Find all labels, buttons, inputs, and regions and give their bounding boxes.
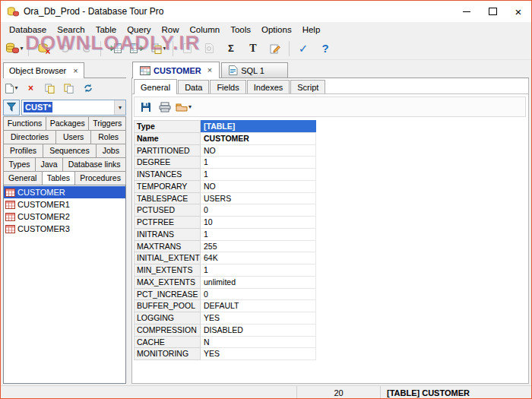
property-value[interactable]: 10	[201, 216, 316, 229]
delete-object-button[interactable]: ×	[22, 81, 40, 97]
property-value[interactable]: YES	[201, 312, 316, 325]
object-tab-procedures[interactable]: Procedures	[74, 171, 126, 185]
property-value[interactable]: NO	[201, 144, 316, 157]
property-name: PCTFREE	[134, 216, 201, 229]
new-document-button[interactable]	[176, 40, 198, 58]
new-object-button[interactable]: ▾	[3, 81, 21, 97]
menu-search[interactable]: Search	[52, 24, 90, 36]
check-icon: ✓	[299, 43, 309, 54]
object-tab-roles[interactable]: Roles	[90, 130, 126, 144]
tab-customer[interactable]: CUSTOMER ×	[132, 62, 220, 78]
panel-splitter[interactable]	[126, 61, 131, 384]
filter-combobox[interactable]: CUST* ▾	[21, 100, 126, 116]
export-button[interactable]	[126, 40, 147, 58]
property-value[interactable]: 1	[201, 264, 316, 277]
property-value[interactable]: DEFAULT	[201, 299, 316, 312]
property-grid: Type[TABLE]NameCUSTOMERPARTITIONEDNODEGR…	[134, 120, 528, 360]
duplicate-object-button[interactable]	[60, 81, 78, 97]
maximize-button[interactable]	[480, 1, 505, 22]
tab-general[interactable]: General	[134, 79, 177, 94]
menu-row[interactable]: Row	[157, 24, 185, 36]
connect-database-button[interactable]: ▾	[4, 40, 25, 58]
property-value[interactable]: N	[201, 336, 316, 349]
menu-help[interactable]: Help	[297, 24, 326, 36]
menu-options[interactable]: Options	[256, 24, 297, 36]
filter-button[interactable]	[3, 100, 20, 116]
open-document-button[interactable]	[198, 40, 220, 58]
aggregate-button[interactable]: Σ	[220, 40, 242, 58]
tab-indexes[interactable]: Indexes	[247, 80, 290, 93]
undo-button[interactable]	[54, 40, 75, 58]
table-item-customer2[interactable]: CUSTOMER2	[4, 211, 125, 223]
edit-button[interactable]	[264, 40, 286, 58]
close-icon[interactable]: ×	[207, 66, 212, 74]
object-browser-tab[interactable]: Object Browser ×	[3, 62, 84, 78]
object-browser-tabstrip: Object Browser ×	[3, 61, 126, 78]
tab-sql-1[interactable]: SQL 1	[221, 62, 288, 78]
property-value[interactable]: 255	[201, 240, 316, 253]
property-value[interactable]: 1	[201, 156, 316, 169]
object-tab-directories[interactable]: Directories	[3, 130, 56, 144]
property-value[interactable]: DISABLED	[201, 324, 316, 337]
object-tab-packages[interactable]: Packages	[46, 116, 90, 131]
table-item-customer1[interactable]: CUSTOMER1	[4, 198, 125, 211]
object-tab-sequences[interactable]: Sequences	[43, 144, 97, 158]
export-ddl-button[interactable]: ▾	[175, 99, 192, 115]
property-value[interactable]: unlimited	[201, 276, 316, 289]
table-item-customer[interactable]: CUSTOMER	[4, 186, 125, 198]
object-tab-general[interactable]: General	[3, 171, 43, 185]
filter-icon	[7, 103, 16, 112]
property-value[interactable]: [TABLE]	[201, 120, 316, 133]
property-value[interactable]: NO	[201, 180, 316, 193]
close-button[interactable]: ×	[505, 1, 531, 22]
property-value[interactable]: 1	[201, 228, 316, 241]
copy-object-button[interactable]	[41, 81, 59, 97]
minimize-button[interactable]	[454, 1, 480, 22]
object-tab-types[interactable]: Types	[3, 157, 36, 172]
object-tab-triggers[interactable]: Triggers	[88, 116, 126, 131]
text-mode-button[interactable]: T	[242, 40, 264, 58]
window-body: Object Browser × ▾ ×	[1, 60, 531, 385]
menu-tools[interactable]: Tools	[225, 24, 256, 36]
menu-query[interactable]: Query	[122, 24, 156, 36]
object-tab-tables[interactable]: Tables	[42, 171, 76, 185]
property-value[interactable]: CUSTOMER	[201, 132, 316, 145]
copy-data-button[interactable]: ▾	[148, 40, 169, 58]
property-value[interactable]: USERS	[201, 192, 316, 205]
main-panel: CUSTOMER × SQL 1 GeneralDataFieldsIndexe…	[131, 61, 529, 384]
redo-button[interactable]	[76, 40, 97, 58]
close-connection-button[interactable]: ×	[32, 40, 53, 58]
tab-fields[interactable]: Fields	[210, 80, 245, 93]
object-tab-jobs[interactable]: Jobs	[96, 144, 126, 158]
close-icon[interactable]: ×	[73, 67, 78, 75]
print-button[interactable]	[156, 99, 173, 115]
property-name: BUFFER_POOL	[134, 299, 201, 312]
property-value[interactable]: 64K	[201, 252, 316, 264]
object-tab-database-links[interactable]: Database links	[62, 157, 126, 172]
menu-table[interactable]: Table	[90, 24, 122, 36]
save-button[interactable]	[137, 99, 154, 115]
refresh-button[interactable]	[79, 81, 97, 97]
property-value[interactable]: 0	[201, 204, 316, 217]
property-value[interactable]: 1	[201, 168, 316, 181]
filter-input[interactable]: CUST*	[22, 103, 114, 112]
minimize-icon	[463, 11, 470, 12]
property-value[interactable]: YES	[201, 347, 316, 360]
table-item-customer3[interactable]: CUSTOMER3	[4, 223, 125, 235]
object-tab-profiles[interactable]: Profiles	[3, 144, 43, 158]
toolbar-separator	[28, 41, 29, 56]
tab-script[interactable]: Script	[290, 80, 325, 93]
check-sql-button[interactable]: ✓	[293, 40, 314, 58]
object-tab-functions[interactable]: Functions	[3, 116, 46, 131]
menu-database[interactable]: Database	[4, 24, 52, 36]
object-tab-users[interactable]: Users	[55, 130, 91, 144]
tab-data[interactable]: Data	[178, 80, 209, 93]
menu-column[interactable]: Column	[185, 24, 226, 36]
chevron-down-icon[interactable]: ▾	[114, 100, 125, 115]
property-name: PARTITIONED	[134, 144, 201, 157]
help-button[interactable]: ?	[315, 40, 336, 58]
import-button[interactable]	[104, 40, 125, 58]
property-value[interactable]: 0	[201, 288, 316, 301]
object-tab-java[interactable]: Java	[35, 157, 63, 172]
object-browser-toolbar: ▾ ×	[3, 78, 126, 98]
